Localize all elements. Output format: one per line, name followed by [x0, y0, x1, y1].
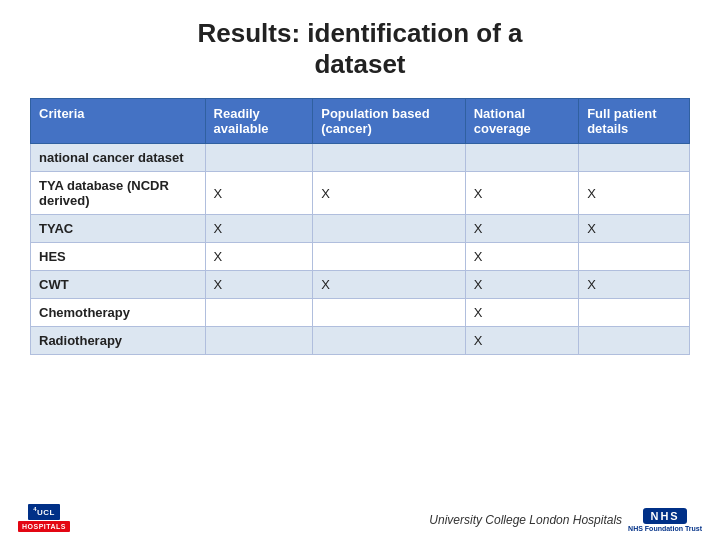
table-cell [579, 144, 690, 172]
table-cell: X [465, 299, 578, 327]
table-cell: national cancer dataset [31, 144, 206, 172]
table-cell: TYAC [31, 215, 206, 243]
table-cell [579, 327, 690, 355]
table-cell: Chemotherapy [31, 299, 206, 327]
col-national: National coverage [465, 99, 578, 144]
table-row: TYACXXX [31, 215, 690, 243]
table-cell [313, 243, 465, 271]
table-row: CWTXXXX [31, 271, 690, 299]
table-cell [579, 299, 690, 327]
table-cell: X [205, 172, 313, 215]
table-cell [465, 144, 578, 172]
nhs-trust-text: NHS Foundation Trust [628, 525, 702, 532]
table-row: TYA database (NCDR derived)XXXX [31, 172, 690, 215]
page-title: Results: identification of a dataset [197, 18, 522, 80]
table-body: national cancer datasetTYA database (NCD… [31, 144, 690, 355]
table-cell [313, 144, 465, 172]
ucl-box: 4UCL [28, 504, 60, 520]
table-cell: X [465, 271, 578, 299]
table-row: ChemotherapyX [31, 299, 690, 327]
nhs-badge: NHS [643, 508, 686, 524]
table-cell: CWT [31, 271, 206, 299]
table-row: HESXX [31, 243, 690, 271]
table-container: Criteria Readily available Population ba… [30, 98, 690, 355]
table-cell [313, 215, 465, 243]
table-cell: X [579, 271, 690, 299]
table-header-row: Criteria Readily available Population ba… [31, 99, 690, 144]
table-cell: X [205, 215, 313, 243]
col-readily: Readily available [205, 99, 313, 144]
col-criteria: Criteria [31, 99, 206, 144]
table-cell: X [205, 271, 313, 299]
table-cell: X [205, 243, 313, 271]
table-cell: X [313, 172, 465, 215]
table-cell [205, 299, 313, 327]
table-cell [205, 327, 313, 355]
page: Results: identification of a dataset Cri… [0, 0, 720, 540]
title-line2: dataset [314, 49, 405, 79]
col-population: Population based (cancer) [313, 99, 465, 144]
table-cell: X [579, 172, 690, 215]
uclh-text: University College London Hospitals [429, 513, 622, 527]
hospitals-box: HOSPITALS [18, 521, 70, 532]
results-table: Criteria Readily available Population ba… [30, 98, 690, 355]
table-cell: X [465, 172, 578, 215]
table-cell: X [465, 215, 578, 243]
table-cell: HES [31, 243, 206, 271]
footer: 4UCL HOSPITALS University College London… [0, 504, 720, 532]
table-row: RadiotherapyX [31, 327, 690, 355]
title-line1: Results: identification of a [197, 18, 522, 48]
col-full: Full patient details [579, 99, 690, 144]
table-cell: TYA database (NCDR derived) [31, 172, 206, 215]
table-cell: X [579, 215, 690, 243]
table-cell [313, 299, 465, 327]
table-cell: X [465, 243, 578, 271]
right-logo: University College London Hospitals NHS … [429, 508, 702, 532]
table-cell [313, 327, 465, 355]
table-cell [205, 144, 313, 172]
table-cell: X [313, 271, 465, 299]
table-row: national cancer dataset [31, 144, 690, 172]
table-cell [579, 243, 690, 271]
ucl-logo: 4UCL HOSPITALS [18, 504, 70, 532]
table-cell: Radiotherapy [31, 327, 206, 355]
table-cell: X [465, 327, 578, 355]
